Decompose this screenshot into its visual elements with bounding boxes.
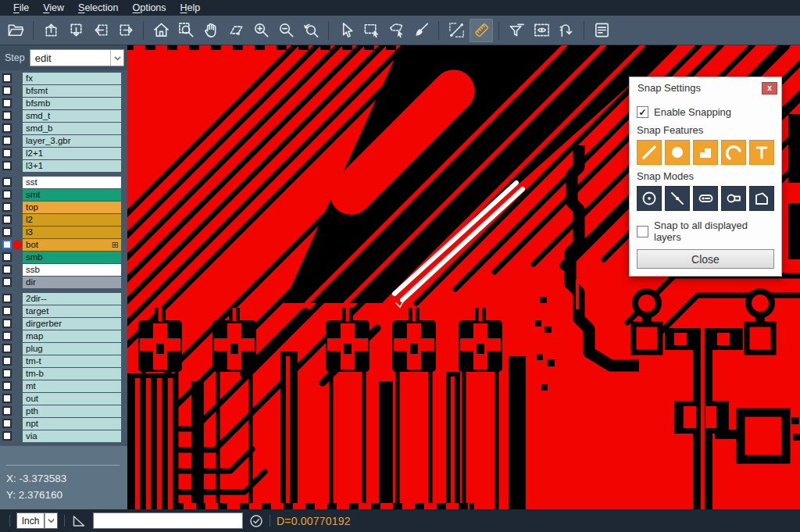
menu-help[interactable]: Help — [173, 1, 208, 15]
layer-visibility-checkbox[interactable] — [2, 265, 12, 274]
layer-visibility-checkbox[interactable] — [2, 177, 12, 187]
layer-row-bfsmt[interactable]: bfsmt — [0, 84, 127, 97]
layer-row-ssb[interactable]: ssb — [0, 263, 127, 276]
snap-mode-slot-center-button[interactable] — [693, 186, 718, 211]
step-dropdown[interactable]: edit — [30, 49, 124, 66]
layer-visibility-checkbox[interactable] — [2, 406, 12, 416]
measure-input[interactable] — [93, 512, 243, 529]
layer-row-out[interactable]: out — [0, 392, 127, 405]
layer-label[interactable]: l2+1 — [23, 148, 121, 159]
layer-row-plug[interactable]: plug — [0, 342, 127, 355]
layer-row-npt[interactable]: npt — [0, 417, 127, 430]
layer-row-l3+1[interactable]: l3+1 — [0, 159, 127, 172]
layer-visibility-checkbox[interactable] — [2, 227, 12, 237]
menu-view[interactable]: View — [36, 1, 71, 15]
layer-visibility-checkbox[interactable] — [2, 136, 12, 145]
layer-visibility-checkbox[interactable] — [2, 381, 12, 391]
layer-label[interactable]: out — [23, 393, 121, 405]
report-button[interactable] — [590, 19, 613, 42]
layer-label[interactable]: bfsmb — [23, 98, 121, 109]
ruler-button[interactable] — [470, 19, 493, 42]
layer-row-dir[interactable]: dir — [0, 276, 127, 288]
layer-label[interactable]: l3+1 — [23, 160, 121, 172]
layer-row-mt[interactable]: mt — [0, 380, 127, 392]
layer-visibility-checkbox[interactable] — [2, 277, 12, 287]
zoom-window-button[interactable] — [174, 19, 198, 42]
layer-row-smb[interactable]: smb — [0, 251, 127, 263]
snap-feature-arc-button[interactable] — [721, 140, 746, 165]
zoom-in-button[interactable] — [249, 19, 273, 42]
layer-visibility-checkbox[interactable] — [2, 98, 12, 108]
layer-label[interactable]: smd_b — [23, 123, 121, 134]
refresh-check-icon[interactable] — [249, 514, 263, 528]
select-rectangle-button[interactable] — [359, 19, 383, 42]
snap-feature-surface-button[interactable] — [693, 140, 718, 165]
clean-brush-button[interactable] — [409, 19, 433, 42]
layer-visibility-checkbox[interactable] — [2, 369, 12, 378]
layer-row-tm-t[interactable]: tm-t — [0, 355, 127, 367]
layer-visibility-checkbox[interactable] — [2, 356, 12, 366]
measure-line-button[interactable] — [445, 19, 468, 42]
angle-measure-icon[interactable] — [71, 513, 87, 529]
layer-row-map[interactable]: map — [0, 330, 127, 342]
layer-row-l2[interactable]: l2 — [0, 213, 127, 226]
layer-visibility-checkbox[interactable] — [2, 240, 12, 249]
layer-visibility-checkbox[interactable] — [2, 86, 12, 95]
filter-button[interactable] — [505, 19, 528, 42]
move-view-button[interactable] — [224, 19, 248, 42]
unit-dropdown[interactable]: Inch — [16, 512, 58, 529]
layer-row-target[interactable]: target — [0, 305, 127, 317]
layer-label[interactable]: map — [23, 330, 121, 342]
menu-file[interactable]: File — [6, 1, 36, 15]
layer-row-via[interactable]: via — [0, 430, 127, 442]
dialog-close-icon[interactable]: x — [762, 82, 777, 95]
view-options-button[interactable] — [530, 19, 553, 42]
layer-visibility-checkbox[interactable] — [2, 344, 12, 353]
snap-all-layers-checkbox[interactable] — [637, 226, 648, 237]
dialog-titlebar[interactable]: Snap Settings x — [630, 77, 781, 98]
snap-feature-text-button[interactable] — [749, 140, 774, 165]
pan-left-button[interactable] — [89, 19, 112, 42]
snap-mode-center-button[interactable] — [637, 186, 662, 211]
layer-visibility-checkbox[interactable] — [2, 148, 12, 158]
layer-row-fx[interactable]: fx — [0, 72, 127, 84]
layer-visibility-checkbox[interactable] — [2, 319, 12, 328]
layer-label[interactable]: l2 — [23, 214, 121, 226]
chevron-down-icon[interactable] — [110, 50, 123, 66]
zoom-out-button[interactable] — [274, 19, 298, 42]
layer-visibility-checkbox[interactable] — [2, 294, 12, 303]
layer-row-2dir--[interactable]: 2dir-- — [0, 292, 127, 305]
layer-visibility-checkbox[interactable] — [2, 161, 12, 170]
layer-row-bfsmb[interactable]: bfsmb — [0, 97, 127, 109]
layer-row-layer_3.gbr[interactable]: layer_3.gbr — [0, 134, 127, 147]
menu-selection[interactable]: Selection — [71, 1, 125, 15]
layer-label[interactable]: tm-t — [23, 355, 121, 367]
pan-up-button[interactable] — [39, 19, 62, 42]
layer-row-pth[interactable]: pth — [0, 405, 127, 417]
enable-snapping-checkbox[interactable]: ✓ — [637, 106, 648, 118]
layer-label[interactable]: 2dir-- — [23, 293, 121, 305]
home-view-button[interactable] — [149, 19, 173, 42]
layer-row-l2+1[interactable]: l2+1 — [0, 147, 127, 159]
layer-row-bot[interactable]: bot⊞ — [0, 238, 127, 251]
measure-path-button[interactable] — [555, 19, 578, 42]
layer-label[interactable]: smt — [23, 189, 121, 201]
layer-label[interactable]: dir — [23, 277, 121, 288]
pan-right-button[interactable] — [114, 19, 138, 42]
layer-visibility-checkbox[interactable] — [2, 190, 12, 199]
select-polygon-button[interactable] — [384, 19, 408, 42]
layer-row-sst[interactable]: sst — [0, 176, 127, 188]
select-cursor-button[interactable] — [334, 19, 358, 42]
layer-row-dirgerber[interactable]: dirgerber — [0, 317, 127, 330]
layer-visibility-checkbox[interactable] — [2, 419, 12, 428]
layer-label[interactable]: fx — [23, 73, 121, 84]
pan-down-button[interactable] — [64, 19, 88, 42]
snap-feature-circle-button[interactable] — [665, 140, 690, 165]
layer-label[interactable]: dirgerber — [23, 318, 121, 330]
layer-label[interactable]: via — [23, 430, 121, 442]
layer-label[interactable]: npt — [23, 418, 121, 430]
layer-label[interactable]: plug — [23, 343, 121, 355]
snap-mode-slot-outline-button[interactable] — [721, 186, 746, 211]
layer-label[interactable]: pth — [23, 405, 121, 417]
layer-visibility-checkbox[interactable] — [2, 331, 12, 341]
